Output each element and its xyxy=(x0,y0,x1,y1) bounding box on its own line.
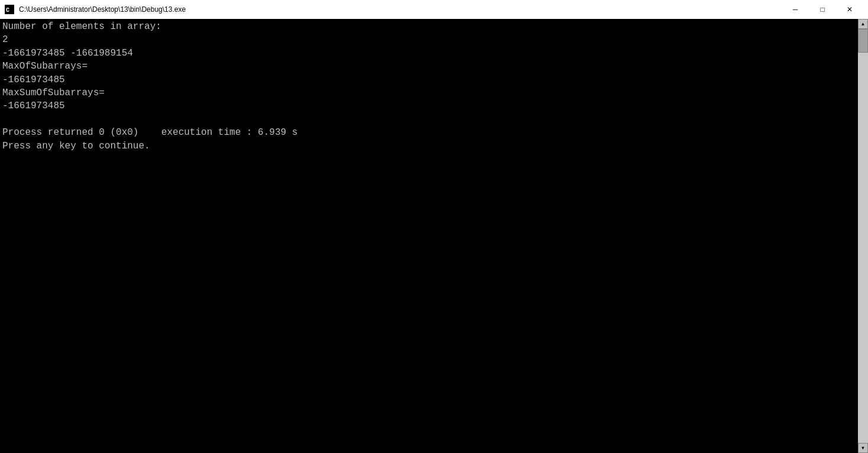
window-title: C:\Users\Administrator\Desktop\13\bin\De… xyxy=(19,5,782,14)
window: C C:\Users\Administrator\Desktop\13\bin\… xyxy=(0,0,868,453)
maximize-button[interactable]: □ xyxy=(809,0,836,19)
console-line: 2 xyxy=(2,33,856,46)
console-line xyxy=(2,113,856,126)
console-line: Process returned 0 (0x0) execution time … xyxy=(2,126,856,139)
window-controls: ─ □ ✕ xyxy=(782,0,863,19)
svg-text:C: C xyxy=(6,7,9,14)
console-area: Number of elements in array: 2 -16619734… xyxy=(0,19,868,453)
console-line: -1661973485 xyxy=(2,99,856,112)
close-button[interactable]: ✕ xyxy=(836,0,863,19)
console-line: -1661973485 xyxy=(2,73,856,86)
scroll-down-button[interactable]: ▼ xyxy=(858,443,868,453)
console-line: -1661973485 -1661989154 xyxy=(2,47,856,60)
minimize-button[interactable]: ─ xyxy=(782,0,809,19)
console-line: Number of elements in array: xyxy=(2,20,856,33)
console-line: MaxSumOfSubarrays= xyxy=(2,86,856,99)
title-bar: C C:\Users\Administrator\Desktop\13\bin\… xyxy=(0,0,868,19)
scrollbar-track[interactable] xyxy=(858,29,868,443)
console-line: MaxOfSubarrays= xyxy=(2,60,856,73)
console-line: Press any key to continue. xyxy=(2,140,856,153)
scrollbar-thumb[interactable] xyxy=(858,29,868,53)
window-icon: C xyxy=(5,5,14,14)
console-output[interactable]: Number of elements in array: 2 -16619734… xyxy=(0,19,858,453)
scroll-up-button[interactable]: ▲ xyxy=(858,19,868,29)
scrollbar[interactable]: ▲ ▼ xyxy=(858,19,868,453)
